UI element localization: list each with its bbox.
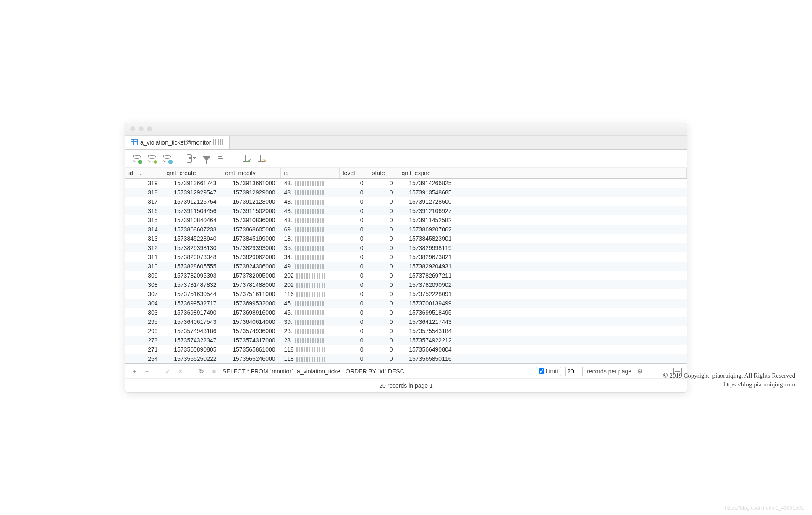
cell-gmt-expire[interactable]: 1573699518495 [398,308,457,317]
cell-state[interactable]: 0 [369,299,398,308]
cell-level[interactable]: 0 [339,308,369,317]
cell-gmt-create[interactable]: 1573913661743 [163,178,222,188]
cell-ip[interactable]: 45. [280,299,339,308]
cell-gmt-modify[interactable]: 1573698916000 [222,308,280,317]
cell-id[interactable]: 316 [125,206,163,215]
cell-level[interactable]: 0 [339,336,369,345]
cell-gmt-expire[interactable]: 1573912106927 [398,206,457,215]
table-row[interactable]: 3181573912929547157391292900043. 0015739… [125,188,687,197]
cell-gmt-modify[interactable]: 1573565861000 [222,345,280,354]
cell-gmt-create[interactable]: 1573845223940 [163,234,222,243]
cell-level[interactable]: 0 [339,225,369,234]
cell-gmt-modify[interactable]: 1573751611000 [222,289,280,299]
cell-gmt-modify[interactable]: 1573829062000 [222,252,280,262]
data-grid[interactable]: id ⌄ gmt_create gmt_modify ip level stat… [125,168,687,363]
cell-state[interactable]: 0 [369,243,398,252]
cell-state[interactable]: 0 [369,252,398,262]
cell-id[interactable]: 309 [125,271,163,280]
cell-id[interactable]: 308 [125,280,163,289]
cell-gmt-create[interactable]: 1573640617543 [163,317,222,326]
cell-state[interactable]: 0 [369,197,398,206]
cell-gmt-expire[interactable]: 1573641217443 [398,317,457,326]
cell-level[interactable]: 0 [339,206,369,215]
cell-gmt-create[interactable]: 1573868607233 [163,225,222,234]
cell-gmt-modify[interactable]: 1573824306000 [222,262,280,271]
col-header-state[interactable]: state [369,168,398,179]
table-row[interactable]: 3131573845223940157384519900018. 0015738… [125,234,687,243]
cell-state[interactable]: 0 [369,178,398,188]
cell-gmt-expire[interactable]: 1573575543184 [398,326,457,336]
cell-gmt-expire[interactable]: 1573869207062 [398,225,457,234]
cell-level[interactable]: 0 [339,234,369,243]
cell-gmt-expire[interactable]: 1573565850116 [398,354,457,363]
filter-button[interactable] [202,154,211,163]
cell-state[interactable]: 0 [369,336,398,345]
cell-ip[interactable]: 34. [280,252,339,262]
import-grid-button[interactable]: ⬋ [242,154,251,163]
table-row[interactable]: 30915737820953931573782095000202 0015737… [125,271,687,280]
cell-level[interactable]: 0 [339,289,369,299]
cell-gmt-create[interactable]: 1573574943186 [163,326,222,336]
cell-gmt-expire[interactable]: 1573700139499 [398,299,457,308]
cell-id[interactable]: 307 [125,289,163,299]
cell-gmt-create[interactable]: 1573751630544 [163,289,222,299]
table-row[interactable]: 30815737814878321573781488000202 0015737… [125,280,687,289]
cell-ip[interactable]: 49. [280,262,339,271]
cell-id[interactable]: 254 [125,354,163,363]
sort-button[interactable] [217,154,226,163]
cell-id[interactable]: 310 [125,262,163,271]
cell-level[interactable]: 0 [339,178,369,188]
col-header-level[interactable]: level [339,168,369,179]
cell-level[interactable]: 0 [339,345,369,354]
col-header-gmt-modify[interactable]: gmt_modify [222,168,280,179]
cell-gmt-expire[interactable]: 1573829204931 [398,262,457,271]
col-header-ip[interactable]: ip [280,168,339,179]
cell-gmt-modify[interactable]: 1573829393000 [222,243,280,252]
cancel-button[interactable]: ✕ [176,367,185,376]
delete-row-button[interactable]: － [143,367,151,376]
table-row[interactable]: 3141573868607233157386860500069. 0015738… [125,225,687,234]
cell-id[interactable]: 303 [125,308,163,317]
cell-gmt-modify[interactable]: 1573845199000 [222,234,280,243]
cell-id[interactable]: 312 [125,243,163,252]
cell-state[interactable]: 0 [369,262,398,271]
table-row[interactable]: 2731573574322347157357431700023. 0015735… [125,336,687,345]
cell-level[interactable]: 0 [339,262,369,271]
cell-id[interactable]: 314 [125,225,163,234]
cell-gmt-create[interactable]: 1573828605555 [163,262,222,271]
stop-button[interactable]: ■ [210,367,218,376]
cell-level[interactable]: 0 [339,299,369,308]
cell-gmt-expire[interactable]: 1573911452582 [398,215,457,225]
cell-id[interactable]: 295 [125,317,163,326]
cell-gmt-expire[interactable]: 1573912728500 [398,197,457,206]
tab-table[interactable]: a_violation_ticket@monitor [125,136,230,149]
cell-state[interactable]: 0 [369,225,398,234]
cell-state[interactable]: 0 [369,271,398,280]
cell-level[interactable]: 0 [339,326,369,336]
cell-gmt-expire[interactable]: 1573566490804 [398,345,457,354]
cell-state[interactable]: 0 [369,308,398,317]
cell-level[interactable]: 0 [339,271,369,280]
cell-gmt-create[interactable]: 1573912929547 [163,188,222,197]
settings-button[interactable]: ⚙ [636,367,644,376]
cell-gmt-create[interactable]: 1573699532717 [163,299,222,308]
close-dot[interactable] [130,126,135,131]
refresh-button[interactable] [162,154,171,163]
table-row[interactable]: 25415735652502221573565246000118 0015735… [125,354,687,363]
cell-gmt-modify[interactable]: 1573699532000 [222,299,280,308]
table-row[interactable]: 3101573828605555157382430600049. 0015738… [125,262,687,271]
cell-gmt-create[interactable]: 1573698917490 [163,308,222,317]
cell-gmt-expire[interactable]: 1573845823901 [398,234,457,243]
table-row[interactable]: 3171573912125754157391212300043. 0015739… [125,197,687,206]
cell-ip[interactable]: 69. [280,225,339,234]
run-button[interactable] [132,154,141,163]
cell-gmt-expire[interactable]: 1573913548685 [398,188,457,197]
col-header-gmt-create[interactable]: gmt_create [163,168,222,179]
cell-level[interactable]: 0 [339,252,369,262]
cell-gmt-create[interactable]: 1573565890805 [163,345,222,354]
limit-input[interactable] [565,367,583,376]
cell-gmt-create[interactable]: 1573782095393 [163,271,222,280]
cell-state[interactable]: 0 [369,289,398,299]
table-row[interactable]: 30715737516305441573751611000116 0015737… [125,289,687,299]
limit-checkbox[interactable]: Limit [536,367,561,376]
